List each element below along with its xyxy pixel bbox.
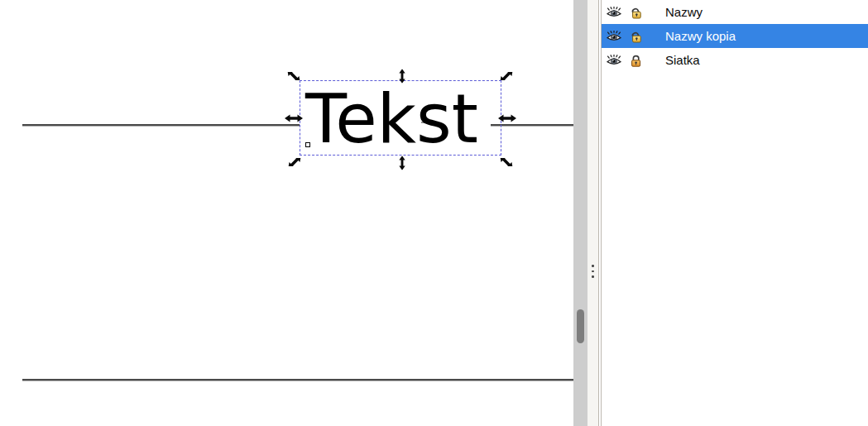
layer-row-siatka[interactable]: Siatka xyxy=(602,48,868,72)
resize-arrow-icon-left[interactable] xyxy=(285,114,303,122)
resize-arrow-icon-bottom-right[interactable] xyxy=(497,158,516,166)
application-window: Tekst Nazwy xyxy=(0,0,868,426)
layer-label: Siatka xyxy=(665,53,700,67)
line-object[interactable] xyxy=(22,124,300,127)
selection-bounding-box xyxy=(300,80,501,156)
panel-splitter[interactable] xyxy=(587,0,598,426)
lock-closed-icon[interactable] xyxy=(629,54,643,67)
layer-row-nazwy-kopia[interactable]: Nazwy kopia xyxy=(602,24,868,48)
lock-open-icon[interactable] xyxy=(629,30,643,43)
layer-row-nazwy[interactable]: Nazwy xyxy=(602,0,868,24)
resize-arrow-icon-top-right[interactable] xyxy=(497,72,516,80)
resize-arrow-icon-bottom-left[interactable] xyxy=(285,158,304,166)
grip-dots-icon[interactable] xyxy=(592,265,594,278)
line-object[interactable] xyxy=(22,379,574,381)
resize-arrow-icon-right[interactable] xyxy=(498,114,516,122)
eye-icon[interactable] xyxy=(607,7,621,18)
resize-arrow-icon-top[interactable] xyxy=(399,69,405,84)
resize-arrow-icon-bottom[interactable] xyxy=(399,156,405,170)
eye-icon[interactable] xyxy=(607,55,621,66)
scrollbar-thumb[interactable] xyxy=(577,309,584,343)
resize-arrow-icon-top-left[interactable] xyxy=(285,72,303,80)
canvas[interactable]: Tekst xyxy=(0,0,573,426)
vertical-scrollbar[interactable] xyxy=(573,0,587,426)
lock-open-icon[interactable] xyxy=(629,6,643,19)
layer-label: Nazwy xyxy=(665,5,703,19)
layer-label: Nazwy kopia xyxy=(665,29,736,43)
eye-icon[interactable] xyxy=(607,31,621,42)
text-baseline-anchor-handle[interactable] xyxy=(305,142,310,147)
line-object[interactable] xyxy=(491,124,574,127)
layers-panel: Nazwy Nazwy kopia Siatka xyxy=(602,0,868,426)
